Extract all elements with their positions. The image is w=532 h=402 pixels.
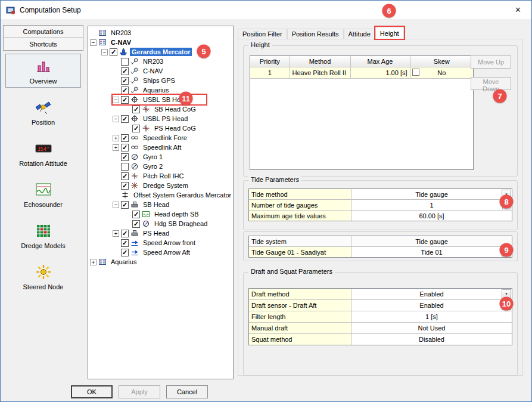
move-up-button[interactable]: Move Up	[471, 55, 511, 69]
tree-checkbox[interactable]: ✓	[121, 96, 129, 104]
tab-height[interactable]: Height	[375, 27, 404, 39]
speed-icon	[130, 248, 139, 256]
param-value: Not Used	[351, 323, 512, 333]
sidebar-item-position[interactable]: Position	[5, 95, 81, 129]
tree-checkbox[interactable]: ✓	[121, 144, 129, 151]
tree-checkbox[interactable]	[121, 58, 129, 66]
tree-item-content: ✓SB Head CoG	[124, 104, 198, 114]
callout-11: 11	[179, 92, 193, 106]
tree-checkbox[interactable]: ✓	[121, 201, 129, 209]
cancel-button[interactable]: Cancel	[166, 385, 208, 398]
tab-attitude[interactable]: Attitude	[344, 29, 375, 39]
shortcuts-button[interactable]: Shortcuts	[3, 38, 83, 51]
tree-item-head-depth-sb-19[interactable]: ✓Head depth SB	[90, 209, 233, 219]
tree-item-gerardus-mercator-2[interactable]: −✓Gerardus Mercator	[90, 47, 233, 57]
tree-checkbox[interactable]: ✓	[121, 230, 129, 237]
tree-item-nr203-3[interactable]: NR203	[90, 57, 233, 66]
tree-checkbox[interactable]: ✓	[121, 239, 129, 247]
apply-button[interactable]: Apply	[119, 385, 160, 398]
tree-checkbox[interactable]: ✓	[110, 48, 117, 56]
tree-item-nr203-0[interactable]: NR203	[90, 28, 233, 38]
tab-position-results[interactable]: Position Results	[287, 29, 344, 39]
window-title: Computation Setup	[20, 6, 81, 14]
tree-item-dredge-system-16[interactable]: ✓Dredge System	[90, 181, 233, 190]
tree-item-usbl-ps-head-9[interactable]: −✓USBL PS Head	[90, 114, 233, 123]
sidebar-item-overview[interactable]: Overview	[5, 54, 81, 88]
tree-item-sb-head-cog-8[interactable]: ✓SB Head CoG	[90, 104, 233, 114]
tree-item-ps-head-21[interactable]: +✓PS Head	[90, 228, 233, 238]
tree-checkbox[interactable]: ✓	[132, 211, 140, 218]
tree-checkbox[interactable]: ✓	[121, 134, 129, 142]
steered-node-icon	[6, 264, 80, 280]
tree-item-c-nav-1[interactable]: −C-NAV	[90, 38, 233, 47]
tree-checkbox[interactable]: ✓	[121, 115, 129, 123]
sidebar-item-label: Position	[6, 119, 80, 126]
tree-checkbox[interactable]: ✓	[121, 67, 129, 75]
param-value[interactable]: Enabled▼	[351, 300, 512, 311]
gyro-icon	[130, 162, 139, 171]
sidebar-item-rotation-attitude[interactable]: 354°Rotation Attitude	[5, 136, 81, 170]
collapse-icon[interactable]: −	[113, 97, 119, 103]
sidebar-item-list: OverviewPosition354°Rotation AttitudeEch…	[3, 54, 83, 293]
param-value: Disabled	[351, 334, 512, 345]
tree-item-ships-gps-5[interactable]: ✓Ships GPS	[90, 76, 233, 85]
tree-item-aquarius-6[interactable]: ✓Aquarius	[90, 85, 233, 95]
param-label: Filter length	[249, 311, 351, 322]
tree-item-label: Aquarius	[141, 86, 170, 94]
skew-checkbox[interactable]	[412, 69, 419, 76]
tree-checkbox[interactable]	[121, 163, 129, 171]
tree-item-ps-head-cog-10[interactable]: ✓PS Head CoG	[90, 123, 233, 133]
tree-item-c-nav-4[interactable]: ✓C-NAV	[90, 66, 233, 76]
position-icon	[6, 99, 80, 116]
tree-item-gyro-2-14[interactable]: Gyro 2	[90, 162, 233, 171]
tree-checkbox[interactable]: ✓	[121, 249, 129, 256]
tree-item-offset-system-gerardus-mercator-17[interactable]: Offset System Gerardus Mercator	[90, 190, 233, 200]
param-value[interactable]: Enabled▼	[351, 289, 512, 299]
computations-button[interactable]: Computations	[3, 25, 83, 38]
tree-item-label: PS Head CoG	[153, 124, 198, 132]
expand-icon[interactable]: +	[90, 259, 97, 265]
expand-icon[interactable]: +	[113, 230, 119, 237]
tree-checkbox[interactable]: ✓	[121, 86, 129, 94]
tree-item-speedlink-aft-12[interactable]: +✓Speedlink Aft	[90, 143, 233, 152]
tree-checkbox[interactable]: ✓	[121, 153, 129, 161]
tree-item-label: Gyro 2	[141, 162, 164, 171]
param-value[interactable]: Tide 01▼	[351, 247, 512, 257]
tree-item-gyro-1-13[interactable]: ✓Gyro 1	[90, 152, 233, 162]
tree-item-sb-head-18[interactable]: −✓SB Head	[90, 200, 233, 209]
tree-item-usbl-sb-head-7[interactable]: −✓USBL SB Head	[90, 95, 233, 104]
satellite-icon	[130, 57, 139, 66]
tree-checkbox[interactable]: ✓	[132, 220, 140, 228]
tree-checkbox[interactable]: ✓	[121, 182, 129, 190]
computation-setup-dialog: Computation Setup ✕ Computations Shortcu…	[0, 0, 532, 402]
param-value[interactable]: Tide gauge▼	[351, 189, 512, 199]
tree-checkbox[interactable]: ✓	[132, 125, 140, 132]
tree-item-aquarius-24[interactable]: +Aquarius	[90, 257, 233, 267]
tree-item-hdg-sb-draghead-20[interactable]: ✓Hdg SB Draghead	[90, 219, 233, 228]
sidebar-item-dredge-models[interactable]: Dredge Models	[5, 218, 81, 252]
close-icon[interactable]: ✕	[505, 1, 531, 18]
tree-item-content: ✓Dredge System	[113, 181, 190, 190]
tab-position-filter[interactable]: Position Filter	[238, 29, 287, 39]
expand-icon[interactable]: +	[113, 135, 119, 141]
sidebar-item-echosounder[interactable]: Echosounder	[5, 177, 81, 211]
sidebar-item-steered-node[interactable]: Steered Node	[5, 259, 81, 293]
tree-item-speed-arrow-front-22[interactable]: ✓Speed Arrow front	[90, 238, 233, 248]
height-table-row[interactable]: 1Heave Pitch Roll II1.00 [s]No	[250, 67, 473, 79]
tree-checkbox[interactable]: ✓	[132, 106, 140, 113]
tree-item-pitch-roll-ihc-15[interactable]: ✓Pitch Roll IHC	[90, 171, 233, 181]
collapse-icon[interactable]: −	[113, 116, 119, 122]
tree-item-speed-arrow-aft-23[interactable]: ✓Speed Arrow Aft	[90, 248, 233, 257]
param-value[interactable]: 1▲▼	[351, 200, 512, 210]
tree-checkbox[interactable]: ✓	[121, 172, 129, 180]
move-down-button[interactable]: Move Down	[471, 77, 511, 90]
collapse-icon[interactable]: −	[101, 49, 108, 55]
tree-item-speedlink-fore-11[interactable]: +✓Speedlink Fore	[90, 133, 233, 143]
collapse-icon[interactable]: −	[90, 39, 97, 46]
collapse-icon[interactable]: −	[113, 202, 119, 208]
max-age-cell: 1.00 [s]	[350, 67, 410, 79]
expand-icon[interactable]: +	[113, 144, 119, 151]
tree-checkbox[interactable]: ✓	[121, 77, 129, 85]
param-row-draft-method: Draft methodEnabled▼	[249, 289, 512, 299]
ok-button[interactable]: OK	[71, 385, 113, 398]
